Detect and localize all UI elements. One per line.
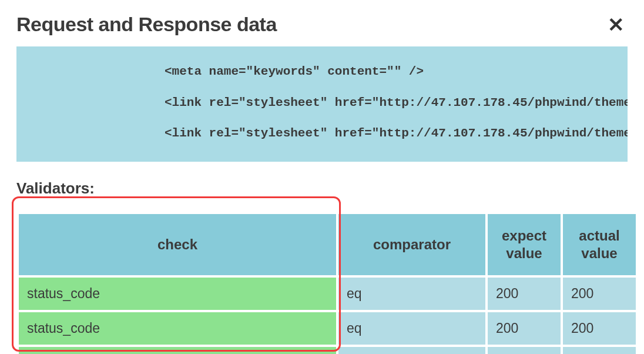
cell-actual-value: 本站新帖 — [563, 347, 636, 354]
validators-heading: Validators: — [16, 179, 628, 198]
table-row: status_code eq 200 200 — [19, 278, 636, 310]
cell-expect-value: 本站新帖 — [488, 347, 561, 354]
code-line: <link rel="stylesheet" href="http://47.1… — [16, 126, 628, 141]
validators-table: check comparator expect value actual val… — [16, 212, 638, 354]
page-title: Request and Response data — [16, 13, 277, 36]
cell-check: <title>(.*) - phpwind 9.0 - Powered by p… — [19, 347, 336, 354]
column-header-actual-value: actual value — [563, 214, 636, 275]
cell-expect-value: 200 — [488, 278, 561, 310]
column-header-check: check — [19, 214, 336, 275]
cell-comparator: eq — [338, 347, 485, 354]
table-row: status_code eq 200 200 — [19, 312, 636, 345]
cell-comparator: eq — [338, 312, 485, 345]
response-code-block: <meta name="keywords" content="" /> <lin… — [16, 46, 628, 162]
cell-actual-value: 200 — [563, 278, 636, 310]
code-line: <meta name="keywords" content="" /> — [16, 64, 628, 79]
cell-actual-value: 200 — [563, 312, 636, 345]
code-line: <link rel="stylesheet" href="http://47.1… — [16, 95, 628, 111]
cell-comparator: eq — [338, 278, 485, 310]
column-header-expect-value: expect value — [488, 214, 561, 275]
table-row: <title>(.*) - phpwind 9.0 - Powered by p… — [19, 347, 636, 354]
close-icon[interactable]: ✕ — [608, 15, 628, 35]
cell-check: status_code — [19, 278, 336, 310]
cell-expect-value: 200 — [488, 312, 561, 345]
column-header-comparator: comparator — [338, 214, 485, 275]
cell-check: status_code — [19, 312, 336, 345]
